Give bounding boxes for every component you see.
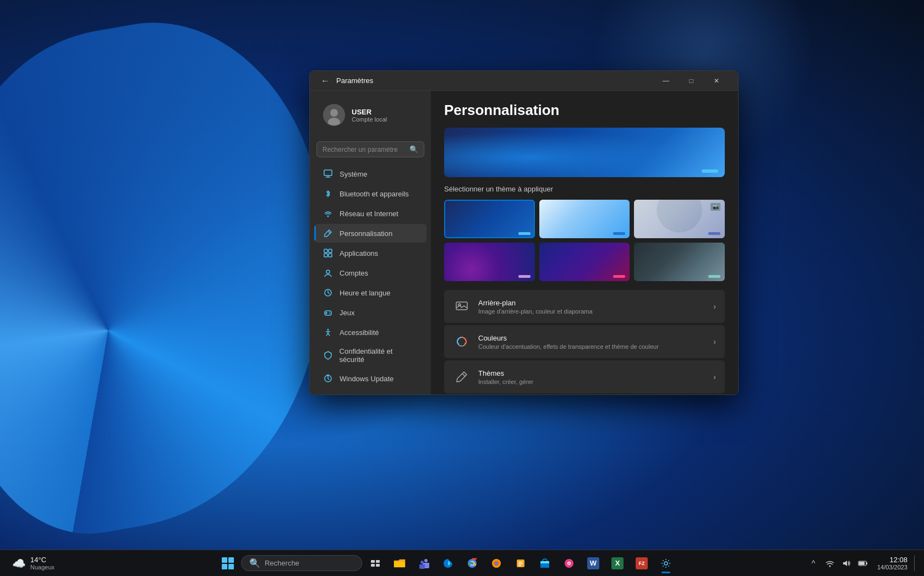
sidebar-item-bluetooth[interactable]: Bluetooth et appareils [314,184,427,203]
theme-6-accent [708,275,720,278]
sidebar-item-network[interactable]: Réseau et Internet [314,204,427,223]
word-button[interactable]: W [582,552,604,574]
sidebar-label-privacy: Confidentialité et sécurité [340,347,418,364]
username: USER [352,108,387,116]
minimize-button[interactable]: — [653,71,679,91]
sidebar: USER Compte local 🔍 [310,91,431,394]
svg-rect-35 [376,564,380,567]
sidebar-item-accounts[interactable]: Comptes [314,264,427,282]
svg-rect-34 [371,564,375,567]
tray-chevron[interactable]: ^ [806,556,821,571]
show-desktop-button[interactable] [914,555,917,572]
theme-banner-accent [702,169,718,173]
search-icon[interactable]: 🔍 [409,145,418,153]
firefox-button[interactable] [485,552,507,574]
time-icon [323,288,333,298]
svg-rect-26 [456,302,467,310]
explorer-button[interactable] [389,552,411,574]
settings-item-background[interactable]: Arrière-plan Image d'arrière-plan, coule… [444,290,725,323]
svg-rect-45 [518,562,523,563]
tray-volume[interactable] [839,556,854,571]
excel-button[interactable]: X [606,552,628,574]
svg-rect-56 [859,562,865,565]
theme-card-6[interactable] [634,243,725,281]
sidebar-item-personalisation[interactable]: Personnalisation [314,224,427,243]
main-content: Personnalisation Sélectionner un thème à… [431,91,738,394]
settings-item-colors[interactable]: Couleurs Couleur d'accentuation, effets … [444,325,725,358]
search-container: 🔍 [310,137,431,162]
taskbar-search[interactable]: 🔍 Recherche [241,555,362,571]
teams-button[interactable] [413,552,435,574]
sidebar-label-update: Windows Update [340,375,393,383]
colors-text: Couleurs Couleur d'accentuation, effets … [478,334,706,350]
settings-body: USER Compte local 🔍 [310,91,738,394]
themes-text: Thèmes Installer, créer, gérer [478,369,706,385]
sidebar-item-system[interactable]: Système [314,164,427,183]
svg-rect-32 [371,560,375,563]
maximize-button[interactable]: □ [679,71,704,91]
search-box[interactable]: 🔍 [316,141,424,157]
sidebar-item-apps[interactable]: Applications [314,244,427,262]
theme-1-accent [518,232,531,235]
sidebar-label-accounts: Comptes [340,269,368,277]
theme-card-5[interactable] [539,243,630,281]
system-icon [323,169,333,179]
sidebar-label-accessibility: Accessibilité [340,328,379,337]
theme-2-accent [613,232,625,235]
weather-widget[interactable]: ☁️ 14°C Nuageux [7,553,60,573]
sidebar-item-time[interactable]: Heure et langue [314,283,427,302]
start-button[interactable] [217,552,239,574]
theme-card-2[interactable] [539,200,630,238]
clock-date: 14/03/2023 [877,564,907,570]
svg-point-20 [327,329,329,331]
svg-point-36 [424,559,428,562]
chrome-button[interactable] [461,552,483,574]
svg-point-37 [420,561,424,564]
settings-item-themes[interactable]: Thèmes Installer, créer, gérer › [444,360,725,393]
close-button[interactable]: ✕ [704,71,729,91]
weather-text: 14°C Nuageux [30,556,54,570]
store-button[interactable] [534,552,556,574]
sidebar-item-games[interactable]: Jeux [314,303,427,322]
filezilla-button[interactable]: FZ [631,552,653,574]
taskview-button[interactable] [364,552,386,574]
tray-network[interactable] [822,556,838,571]
svg-line-7 [328,231,330,233]
background-icon [453,298,471,315]
svg-point-6 [327,216,329,217]
privacy-icon [323,350,333,360]
sidebar-label-time: Heure et langue [340,289,391,297]
edge-button[interactable] [437,552,459,574]
search-input[interactable] [322,146,405,153]
sidebar-item-accessibility[interactable]: Accessibilité [314,323,427,342]
settings-taskbar-button[interactable] [655,552,677,574]
page-title: Personnalisation [444,102,725,119]
sidebar-item-update[interactable]: Windows Update [314,369,427,388]
background-title: Arrière-plan [478,299,706,307]
settings-window: ← Paramètres — □ ✕ [309,70,739,395]
theme-card-3[interactable]: 📷 [634,200,725,238]
theme-card-4[interactable] [444,243,535,281]
svg-point-1 [330,109,338,117]
svg-line-24 [328,333,330,336]
music-button[interactable] [558,552,580,574]
background-text: Arrière-plan Image d'arrière-plan, coule… [478,299,706,315]
windows-logo [222,557,234,569]
weather-temp: 14°C [30,556,54,564]
theme-card-1[interactable] [444,200,535,238]
svg-rect-10 [324,254,327,257]
clock-time: 12:08 [877,556,907,564]
sidebar-item-privacy[interactable]: Confidentialité et sécurité [314,343,427,368]
svg-rect-9 [329,249,332,253]
files-button[interactable] [510,552,532,574]
back-button[interactable]: ← [319,74,332,87]
user-profile[interactable]: USER Compte local [314,97,427,133]
window-title: Paramètres [336,76,373,85]
taskbar-center: 🔍 Recherche [88,552,806,574]
tray-battery[interactable] [855,556,871,571]
theme-3-accent [708,232,720,235]
apps-icon [323,248,333,258]
clock-widget[interactable]: 12:08 14/03/2023 [873,556,912,570]
bluetooth-icon [323,189,333,199]
svg-rect-11 [329,254,332,257]
